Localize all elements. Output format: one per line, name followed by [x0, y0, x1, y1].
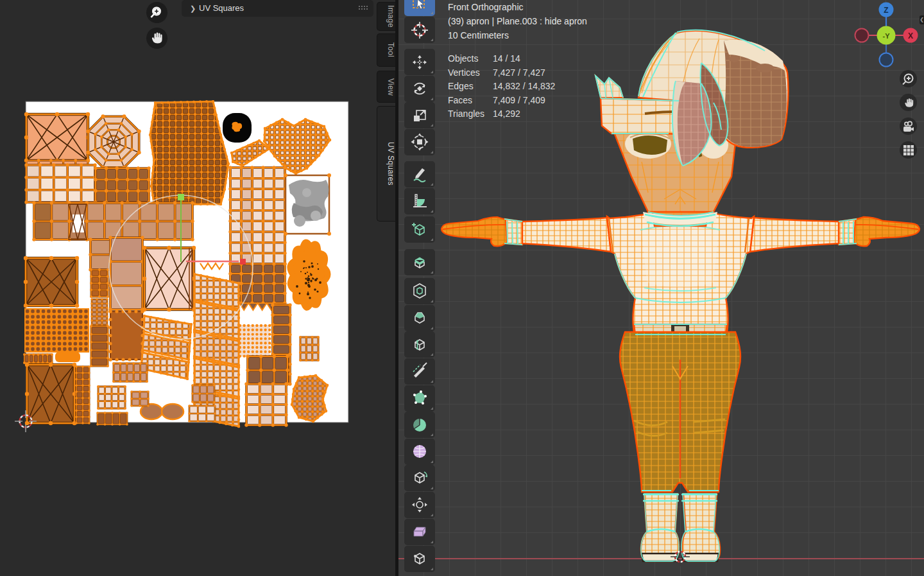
svg-text:X: X	[908, 31, 913, 40]
svg-text:Z: Z	[884, 6, 888, 15]
svg-text:-Y: -Y	[883, 32, 891, 40]
